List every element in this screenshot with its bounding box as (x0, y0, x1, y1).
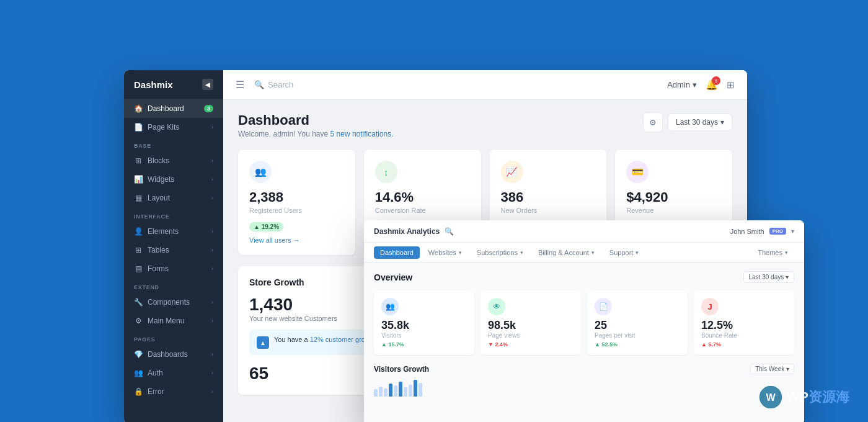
analytics-visitors-change: ▲ 15.7% (381, 341, 467, 348)
stat-conversion-icon: ↕ (375, 161, 397, 183)
analytics-pageviews-change: ▼ 2.4% (488, 341, 574, 348)
auth-icon: 👥 (134, 369, 143, 377)
analytics-pageviews-icon: 👁 (488, 298, 505, 315)
hamburger-icon[interactable]: ☰ (236, 79, 244, 91)
analytics-nav-dashboard[interactable]: Dashboard (374, 246, 420, 259)
analytics-pagespervisit-icon: 📄 (595, 298, 612, 315)
analytics-nav-themes[interactable]: Themes ▾ (751, 246, 794, 259)
tables-chevron: › (211, 247, 213, 253)
sidebar-item-tables[interactable]: ⊞ Tables › (124, 241, 223, 259)
error-icon: 🔒 (134, 387, 143, 396)
analytics-nav-subscriptions[interactable]: Subscriptions ▾ (471, 246, 529, 259)
elements-icon: 👤 (134, 227, 143, 236)
analytics-bounce-label: Bounce Rate (701, 332, 787, 339)
sidebar-item-dashboard[interactable]: 🏠 Dashboard 3 (124, 99, 223, 118)
widgets-chevron: › (211, 176, 213, 182)
chart-bar (394, 385, 397, 397)
sidebar-item-error[interactable]: 🔒 Error › (124, 382, 223, 401)
brand-name: Dashmix (134, 79, 173, 90)
analytics-visitors-icon: 👥 (381, 298, 399, 315)
notification-button[interactable]: 🔔 6 (706, 79, 718, 91)
layout-icon: ▦ (134, 194, 143, 202)
analytics-visitors-value: 35.8k (381, 319, 467, 332)
chart-bar (384, 388, 388, 397)
analytics-stats-grid: 👥 35.8k Visitors ▲ 15.7% 👁 98.5k Page vi… (374, 290, 794, 355)
analytics-nav: Dashboard Websites ▾ Subscriptions ▾ Bil… (364, 243, 804, 263)
chart-bar (374, 389, 378, 397)
sidebar-item-mainmenu[interactable]: ⚙ Main Menu › (124, 312, 223, 330)
visitors-date-button[interactable]: This Week ▾ (750, 364, 794, 374)
sidebar-item-auth[interactable]: 👥 Auth › (124, 364, 223, 382)
sidebar-blocks-label: Blocks (148, 156, 169, 165)
stat-revenue-icon: 💳 (626, 161, 649, 183)
search-bar[interactable]: 🔍 Search (254, 80, 293, 89)
admin-dropdown[interactable]: Admin ▾ (667, 80, 697, 89)
analytics-search-icon[interactable]: 🔍 (445, 227, 454, 236)
blocks-icon: ⊞ (134, 156, 143, 165)
stat-users-link[interactable]: View all users → (249, 236, 344, 244)
sidebar-elements-label: Elements (148, 227, 179, 236)
admin-chevron: ▾ (693, 80, 697, 89)
analytics-brand: Dashmix Analytics (374, 227, 440, 236)
chart-bar (414, 380, 417, 397)
forms-icon: ▤ (134, 264, 143, 273)
settings-button[interactable]: ⚙ (643, 112, 663, 132)
analytics-nav-websites[interactable]: Websites ▾ (422, 246, 468, 259)
stat-conversion-value: 14.6% (375, 189, 470, 205)
chart-bar (404, 387, 407, 397)
visitors-growth-header: Visitors Growth This Week ▾ (374, 364, 794, 374)
date-range-button[interactable]: Last 30 days ▾ (668, 114, 732, 131)
sidebar-item-layout[interactable]: ▦ Layout › (124, 189, 223, 207)
chart-bar (409, 385, 412, 397)
sidebar-item-forms[interactable]: ▤ Forms › (124, 259, 223, 278)
support-chevron: ▾ (636, 249, 639, 256)
stat-orders-label: New Orders (501, 207, 596, 214)
sidebar-item-components[interactable]: 🔧 Components › (124, 293, 223, 312)
analytics-nav-support[interactable]: Support ▾ (603, 246, 645, 259)
wp-text: WP资源海 (787, 388, 849, 406)
analytics-nav-billing[interactable]: Billing & Account ▾ (532, 246, 601, 259)
sidebar-item-pagekits[interactable]: 📄 Page Kits › (124, 118, 223, 137)
grid-icon[interactable]: ⊞ (727, 79, 735, 91)
collapse-icon[interactable]: ◀ (202, 79, 213, 90)
sidebar-brand: Dashmix ◀ (124, 70, 223, 99)
mainmenu-chevron: › (211, 318, 213, 324)
visitors-growth-title: Visitors Growth (374, 365, 429, 374)
stat-orders-value: 386 (501, 189, 596, 205)
analytics-content: Overview Last 30 days ▾ 👥 35.8k Visitors… (364, 263, 804, 405)
components-icon: 🔧 (134, 298, 143, 307)
analytics-stat-pageviews: 👁 98.5k Page views ▼ 2.4% (480, 290, 581, 355)
sidebar-item-dashboards[interactable]: 💎 Dashboards › (124, 345, 223, 364)
sidebar-error-label: Error (148, 387, 164, 396)
auth-chevron: › (211, 370, 213, 376)
analytics-bounce-value: 12.5% (701, 319, 787, 332)
analytics-date-button[interactable]: Last 30 days ▾ (743, 271, 795, 283)
sidebar-tables-label: Tables (148, 246, 169, 254)
page-title: Dashboard (238, 112, 394, 128)
sidebar-dashboards-label: Dashboards (148, 350, 188, 359)
blocks-chevron: › (211, 158, 213, 164)
error-chevron: › (211, 388, 213, 395)
wp-logo-icon: W (758, 385, 783, 410)
analytics-window: Dashmix Analytics 🔍 John Smith PRO ▾ Das… (364, 220, 804, 422)
analytics-pagespervisit-change: ▲ 52.5% (595, 341, 680, 348)
sidebar-item-blocks[interactable]: ⊞ Blocks › (124, 151, 223, 170)
stat-orders-icon: 📈 (501, 161, 523, 183)
mainmenu-icon: ⚙ (134, 316, 143, 325)
sidebar-item-elements[interactable]: 👤 Elements › (124, 222, 223, 241)
analytics-nav-billing-label: Billing & Account (538, 249, 589, 256)
sidebar-item-widgets[interactable]: 📊 Widgets › (124, 170, 223, 189)
notifications-link[interactable]: 5 new notifications. (330, 130, 394, 138)
analytics-date-label: Last 30 days (749, 274, 784, 281)
stat-revenue-value: $4,920 (626, 189, 721, 205)
wp-watermark: W WP资源海 (758, 385, 849, 410)
pro-badge: PRO (769, 228, 786, 235)
sidebar-auth-label: Auth (148, 369, 163, 377)
dashboard-badge: 3 (204, 105, 213, 112)
analytics-user: John Smith (730, 228, 764, 235)
topbar-right: Admin ▾ 🔔 6 ⊞ (667, 79, 735, 91)
themes-chevron: ▾ (785, 249, 788, 256)
header-actions: ⚙ Last 30 days ▾ (643, 112, 732, 132)
sidebar-layout-label: Layout (148, 194, 170, 202)
stat-users-change: ▲ 19.2% (249, 222, 283, 231)
